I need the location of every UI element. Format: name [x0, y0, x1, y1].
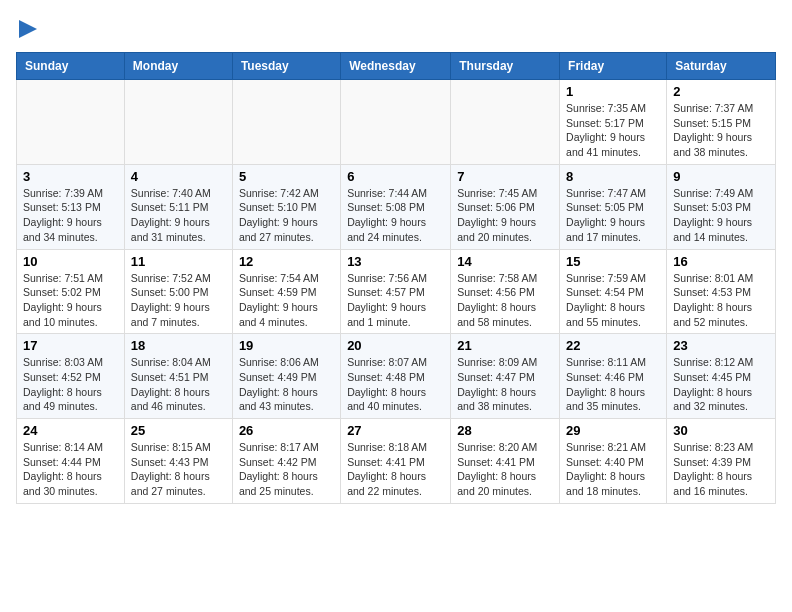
day-number: 6: [347, 169, 444, 184]
day-number: 15: [566, 254, 660, 269]
day-info: Sunrise: 8:01 AM Sunset: 4:53 PM Dayligh…: [673, 271, 769, 330]
week-row-2: 10Sunrise: 7:51 AM Sunset: 5:02 PM Dayli…: [17, 249, 776, 334]
day-number: 23: [673, 338, 769, 353]
day-number: 26: [239, 423, 334, 438]
day-cell: 21Sunrise: 8:09 AM Sunset: 4:47 PM Dayli…: [451, 334, 560, 419]
svg-marker-0: [19, 20, 37, 38]
day-cell: 14Sunrise: 7:58 AM Sunset: 4:56 PM Dayli…: [451, 249, 560, 334]
day-info: Sunrise: 8:18 AM Sunset: 4:41 PM Dayligh…: [347, 440, 444, 499]
day-number: 18: [131, 338, 226, 353]
day-number: 2: [673, 84, 769, 99]
logo-arrow-icon: [19, 18, 37, 40]
header-sunday: Sunday: [17, 53, 125, 80]
day-cell: 12Sunrise: 7:54 AM Sunset: 4:59 PM Dayli…: [232, 249, 340, 334]
day-cell: 15Sunrise: 7:59 AM Sunset: 4:54 PM Dayli…: [560, 249, 667, 334]
day-cell: [232, 80, 340, 165]
day-number: 12: [239, 254, 334, 269]
day-cell: [17, 80, 125, 165]
day-info: Sunrise: 7:56 AM Sunset: 4:57 PM Dayligh…: [347, 271, 444, 330]
week-row-3: 17Sunrise: 8:03 AM Sunset: 4:52 PM Dayli…: [17, 334, 776, 419]
header-saturday: Saturday: [667, 53, 776, 80]
day-number: 20: [347, 338, 444, 353]
day-info: Sunrise: 8:17 AM Sunset: 4:42 PM Dayligh…: [239, 440, 334, 499]
day-cell: 16Sunrise: 8:01 AM Sunset: 4:53 PM Dayli…: [667, 249, 776, 334]
day-info: Sunrise: 7:35 AM Sunset: 5:17 PM Dayligh…: [566, 101, 660, 160]
day-info: Sunrise: 7:40 AM Sunset: 5:11 PM Dayligh…: [131, 186, 226, 245]
day-cell: [124, 80, 232, 165]
day-cell: 23Sunrise: 8:12 AM Sunset: 4:45 PM Dayli…: [667, 334, 776, 419]
day-number: 16: [673, 254, 769, 269]
header-wednesday: Wednesday: [341, 53, 451, 80]
day-number: 4: [131, 169, 226, 184]
day-cell: 13Sunrise: 7:56 AM Sunset: 4:57 PM Dayli…: [341, 249, 451, 334]
day-cell: [341, 80, 451, 165]
day-number: 22: [566, 338, 660, 353]
day-info: Sunrise: 8:03 AM Sunset: 4:52 PM Dayligh…: [23, 355, 118, 414]
day-number: 8: [566, 169, 660, 184]
day-cell: 9Sunrise: 7:49 AM Sunset: 5:03 PM Daylig…: [667, 164, 776, 249]
day-info: Sunrise: 8:11 AM Sunset: 4:46 PM Dayligh…: [566, 355, 660, 414]
day-cell: 30Sunrise: 8:23 AM Sunset: 4:39 PM Dayli…: [667, 419, 776, 504]
day-cell: 27Sunrise: 8:18 AM Sunset: 4:41 PM Dayli…: [341, 419, 451, 504]
calendar-table: SundayMondayTuesdayWednesdayThursdayFrid…: [16, 52, 776, 504]
logo: [16, 16, 37, 40]
day-cell: 2Sunrise: 7:37 AM Sunset: 5:15 PM Daylig…: [667, 80, 776, 165]
day-number: 13: [347, 254, 444, 269]
day-info: Sunrise: 7:44 AM Sunset: 5:08 PM Dayligh…: [347, 186, 444, 245]
calendar-body: 1Sunrise: 7:35 AM Sunset: 5:17 PM Daylig…: [17, 80, 776, 504]
day-cell: 25Sunrise: 8:15 AM Sunset: 4:43 PM Dayli…: [124, 419, 232, 504]
day-info: Sunrise: 7:51 AM Sunset: 5:02 PM Dayligh…: [23, 271, 118, 330]
day-info: Sunrise: 8:12 AM Sunset: 4:45 PM Dayligh…: [673, 355, 769, 414]
day-cell: 19Sunrise: 8:06 AM Sunset: 4:49 PM Dayli…: [232, 334, 340, 419]
day-number: 1: [566, 84, 660, 99]
day-info: Sunrise: 8:07 AM Sunset: 4:48 PM Dayligh…: [347, 355, 444, 414]
day-cell: 18Sunrise: 8:04 AM Sunset: 4:51 PM Dayli…: [124, 334, 232, 419]
day-info: Sunrise: 8:21 AM Sunset: 4:40 PM Dayligh…: [566, 440, 660, 499]
day-number: 10: [23, 254, 118, 269]
day-info: Sunrise: 7:59 AM Sunset: 4:54 PM Dayligh…: [566, 271, 660, 330]
day-info: Sunrise: 7:39 AM Sunset: 5:13 PM Dayligh…: [23, 186, 118, 245]
day-info: Sunrise: 8:04 AM Sunset: 4:51 PM Dayligh…: [131, 355, 226, 414]
day-number: 21: [457, 338, 553, 353]
day-cell: 4Sunrise: 7:40 AM Sunset: 5:11 PM Daylig…: [124, 164, 232, 249]
day-number: 5: [239, 169, 334, 184]
day-number: 24: [23, 423, 118, 438]
day-info: Sunrise: 8:14 AM Sunset: 4:44 PM Dayligh…: [23, 440, 118, 499]
day-info: Sunrise: 7:37 AM Sunset: 5:15 PM Dayligh…: [673, 101, 769, 160]
day-number: 19: [239, 338, 334, 353]
header-friday: Friday: [560, 53, 667, 80]
day-number: 29: [566, 423, 660, 438]
day-cell: 5Sunrise: 7:42 AM Sunset: 5:10 PM Daylig…: [232, 164, 340, 249]
day-number: 14: [457, 254, 553, 269]
day-cell: 26Sunrise: 8:17 AM Sunset: 4:42 PM Dayli…: [232, 419, 340, 504]
day-number: 17: [23, 338, 118, 353]
header-monday: Monday: [124, 53, 232, 80]
day-info: Sunrise: 7:54 AM Sunset: 4:59 PM Dayligh…: [239, 271, 334, 330]
day-info: Sunrise: 7:47 AM Sunset: 5:05 PM Dayligh…: [566, 186, 660, 245]
header-tuesday: Tuesday: [232, 53, 340, 80]
day-info: Sunrise: 7:42 AM Sunset: 5:10 PM Dayligh…: [239, 186, 334, 245]
day-info: Sunrise: 8:20 AM Sunset: 4:41 PM Dayligh…: [457, 440, 553, 499]
day-info: Sunrise: 7:58 AM Sunset: 4:56 PM Dayligh…: [457, 271, 553, 330]
day-cell: 22Sunrise: 8:11 AM Sunset: 4:46 PM Dayli…: [560, 334, 667, 419]
day-cell: 3Sunrise: 7:39 AM Sunset: 5:13 PM Daylig…: [17, 164, 125, 249]
day-number: 3: [23, 169, 118, 184]
day-cell: 8Sunrise: 7:47 AM Sunset: 5:05 PM Daylig…: [560, 164, 667, 249]
day-info: Sunrise: 8:09 AM Sunset: 4:47 PM Dayligh…: [457, 355, 553, 414]
day-cell: 20Sunrise: 8:07 AM Sunset: 4:48 PM Dayli…: [341, 334, 451, 419]
week-row-1: 3Sunrise: 7:39 AM Sunset: 5:13 PM Daylig…: [17, 164, 776, 249]
day-cell: 11Sunrise: 7:52 AM Sunset: 5:00 PM Dayli…: [124, 249, 232, 334]
calendar-header: SundayMondayTuesdayWednesdayThursdayFrid…: [17, 53, 776, 80]
day-number: 7: [457, 169, 553, 184]
day-cell: 17Sunrise: 8:03 AM Sunset: 4:52 PM Dayli…: [17, 334, 125, 419]
day-cell: 1Sunrise: 7:35 AM Sunset: 5:17 PM Daylig…: [560, 80, 667, 165]
week-row-4: 24Sunrise: 8:14 AM Sunset: 4:44 PM Dayli…: [17, 419, 776, 504]
header-row: SundayMondayTuesdayWednesdayThursdayFrid…: [17, 53, 776, 80]
week-row-0: 1Sunrise: 7:35 AM Sunset: 5:17 PM Daylig…: [17, 80, 776, 165]
header-thursday: Thursday: [451, 53, 560, 80]
day-cell: [451, 80, 560, 165]
page-header: [16, 16, 776, 40]
day-number: 30: [673, 423, 769, 438]
day-cell: 28Sunrise: 8:20 AM Sunset: 4:41 PM Dayli…: [451, 419, 560, 504]
day-info: Sunrise: 7:49 AM Sunset: 5:03 PM Dayligh…: [673, 186, 769, 245]
